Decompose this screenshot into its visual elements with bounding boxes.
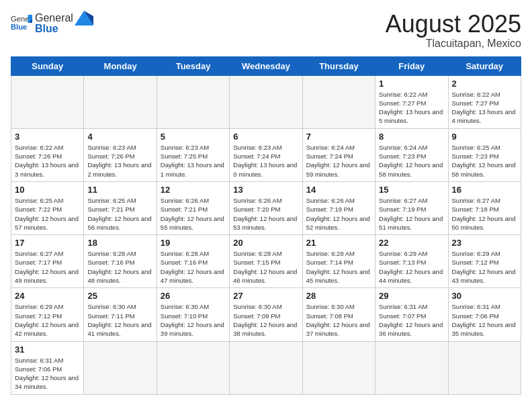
day-info: Sunrise: 6:30 AM Sunset: 7:11 PM Dayligh…: [87, 302, 152, 338]
day-number: 10: [15, 185, 80, 195]
calendar-day-cell: 8Sunrise: 6:24 AM Sunset: 7:23 PM Daylig…: [375, 128, 448, 181]
calendar-day-cell: 2Sunrise: 6:22 AM Sunset: 7:27 PM Daylig…: [448, 75, 521, 128]
day-number: 21: [306, 238, 371, 248]
logo: General Blue General Blue: [11, 11, 93, 35]
day-number: 17: [15, 238, 80, 248]
day-info: Sunrise: 6:28 AM Sunset: 7:16 PM Dayligh…: [161, 249, 226, 285]
calendar-header-saturday: Saturday: [448, 56, 521, 75]
day-info: Sunrise: 6:26 AM Sunset: 7:21 PM Dayligh…: [161, 196, 226, 232]
day-number: 26: [161, 291, 226, 301]
day-info: Sunrise: 6:31 AM Sunset: 7:06 PM Dayligh…: [15, 356, 80, 392]
month-title: August 2025: [386, 11, 521, 38]
calendar-header-tuesday: Tuesday: [157, 56, 229, 75]
day-number: 3: [15, 132, 80, 142]
calendar-day-cell: [11, 75, 84, 128]
day-info: Sunrise: 6:30 AM Sunset: 7:08 PM Dayligh…: [306, 302, 371, 338]
day-number: 19: [161, 238, 226, 248]
calendar-day-cell: 24Sunrise: 6:29 AM Sunset: 7:12 PM Dayli…: [11, 288, 84, 341]
day-info: Sunrise: 6:29 AM Sunset: 7:12 PM Dayligh…: [452, 249, 517, 285]
day-number: 2: [452, 79, 517, 89]
calendar-day-cell: 9Sunrise: 6:25 AM Sunset: 7:23 PM Daylig…: [448, 128, 521, 181]
calendar-header-wednesday: Wednesday: [230, 56, 302, 75]
calendar-day-cell: [302, 75, 375, 128]
day-info: Sunrise: 6:24 AM Sunset: 7:24 PM Dayligh…: [306, 143, 371, 179]
page-header: General Blue General Blue August 2025 Tl…: [11, 11, 521, 50]
day-number: 28: [306, 291, 371, 301]
day-info: Sunrise: 6:22 AM Sunset: 7:26 PM Dayligh…: [15, 143, 80, 179]
day-number: 23: [452, 238, 517, 248]
calendar-day-cell: 18Sunrise: 6:28 AM Sunset: 7:16 PM Dayli…: [84, 235, 157, 288]
day-info: Sunrise: 6:23 AM Sunset: 7:25 PM Dayligh…: [161, 143, 226, 179]
day-info: Sunrise: 6:26 AM Sunset: 7:19 PM Dayligh…: [306, 196, 371, 232]
day-info: Sunrise: 6:22 AM Sunset: 7:27 PM Dayligh…: [452, 90, 517, 126]
calendar-day-cell: 12Sunrise: 6:26 AM Sunset: 7:21 PM Dayli…: [157, 181, 229, 234]
day-number: 24: [15, 291, 80, 301]
calendar-week-row: 31Sunrise: 6:31 AM Sunset: 7:06 PM Dayli…: [11, 341, 521, 394]
calendar-day-cell: [230, 75, 302, 128]
calendar-day-cell: 3Sunrise: 6:22 AM Sunset: 7:26 PM Daylig…: [11, 128, 84, 181]
calendar-day-cell: [84, 75, 157, 128]
calendar-day-cell: [375, 341, 448, 394]
calendar-day-cell: [157, 75, 229, 128]
calendar-day-cell: 30Sunrise: 6:31 AM Sunset: 7:06 PM Dayli…: [448, 288, 521, 341]
day-info: Sunrise: 6:31 AM Sunset: 7:07 PM Dayligh…: [379, 302, 444, 338]
calendar-day-cell: 31Sunrise: 6:31 AM Sunset: 7:06 PM Dayli…: [11, 341, 84, 394]
title-area: August 2025 Tlacuitapan, Mexico: [386, 11, 521, 50]
calendar-day-cell: 15Sunrise: 6:27 AM Sunset: 7:19 PM Dayli…: [375, 181, 448, 234]
calendar-day-cell: [302, 341, 375, 394]
svg-text:Blue: Blue: [11, 22, 27, 30]
day-number: 22: [379, 238, 444, 248]
day-number: 5: [161, 132, 226, 142]
calendar-day-cell: 17Sunrise: 6:27 AM Sunset: 7:17 PM Dayli…: [11, 235, 84, 288]
day-number: 16: [452, 185, 517, 195]
day-info: Sunrise: 6:23 AM Sunset: 7:24 PM Dayligh…: [233, 143, 298, 179]
calendar-day-cell: 23Sunrise: 6:29 AM Sunset: 7:12 PM Dayli…: [448, 235, 521, 288]
calendar-day-cell: 5Sunrise: 6:23 AM Sunset: 7:25 PM Daylig…: [157, 128, 229, 181]
day-number: 27: [233, 291, 298, 301]
calendar-day-cell: 21Sunrise: 6:28 AM Sunset: 7:14 PM Dayli…: [302, 235, 375, 288]
day-info: Sunrise: 6:27 AM Sunset: 7:19 PM Dayligh…: [379, 196, 444, 232]
day-number: 31: [15, 345, 80, 355]
calendar-day-cell: 7Sunrise: 6:24 AM Sunset: 7:24 PM Daylig…: [302, 128, 375, 181]
day-info: Sunrise: 6:28 AM Sunset: 7:16 PM Dayligh…: [87, 249, 152, 285]
day-info: Sunrise: 6:26 AM Sunset: 7:20 PM Dayligh…: [233, 196, 298, 232]
calendar-day-cell: 10Sunrise: 6:25 AM Sunset: 7:22 PM Dayli…: [11, 181, 84, 234]
calendar-week-row: 10Sunrise: 6:25 AM Sunset: 7:22 PM Dayli…: [11, 181, 521, 234]
day-info: Sunrise: 6:28 AM Sunset: 7:14 PM Dayligh…: [306, 249, 371, 285]
calendar-day-cell: [230, 341, 302, 394]
calendar-week-row: 17Sunrise: 6:27 AM Sunset: 7:17 PM Dayli…: [11, 235, 521, 288]
calendar-week-row: 1Sunrise: 6:22 AM Sunset: 7:27 PM Daylig…: [11, 75, 521, 128]
day-info: Sunrise: 6:31 AM Sunset: 7:06 PM Dayligh…: [452, 302, 517, 338]
calendar-week-row: 3Sunrise: 6:22 AM Sunset: 7:26 PM Daylig…: [11, 128, 521, 181]
day-number: 15: [379, 185, 444, 195]
day-info: Sunrise: 6:25 AM Sunset: 7:22 PM Dayligh…: [15, 196, 80, 232]
day-number: 20: [233, 238, 298, 248]
calendar-week-row: 24Sunrise: 6:29 AM Sunset: 7:12 PM Dayli…: [11, 288, 521, 341]
logo-icon: General Blue: [11, 12, 32, 34]
day-info: Sunrise: 6:25 AM Sunset: 7:21 PM Dayligh…: [87, 196, 152, 232]
calendar-header-friday: Friday: [375, 56, 448, 75]
day-info: Sunrise: 6:23 AM Sunset: 7:26 PM Dayligh…: [87, 143, 152, 179]
day-number: 7: [306, 132, 371, 142]
calendar-header-sunday: Sunday: [11, 56, 84, 75]
day-number: 4: [87, 132, 152, 142]
calendar-header-row: SundayMondayTuesdayWednesdayThursdayFrid…: [11, 56, 521, 75]
day-number: 13: [233, 185, 298, 195]
day-number: 8: [379, 132, 444, 142]
day-info: Sunrise: 6:27 AM Sunset: 7:17 PM Dayligh…: [15, 249, 80, 285]
day-info: Sunrise: 6:22 AM Sunset: 7:27 PM Dayligh…: [379, 90, 444, 126]
day-number: 9: [452, 132, 517, 142]
day-number: 1: [379, 79, 444, 89]
calendar-day-cell: 25Sunrise: 6:30 AM Sunset: 7:11 PM Dayli…: [84, 288, 157, 341]
day-number: 12: [161, 185, 226, 195]
calendar-day-cell: 16Sunrise: 6:27 AM Sunset: 7:18 PM Dayli…: [448, 181, 521, 234]
calendar-day-cell: 1Sunrise: 6:22 AM Sunset: 7:27 PM Daylig…: [375, 75, 448, 128]
calendar-day-cell: [84, 341, 157, 394]
calendar-day-cell: 27Sunrise: 6:30 AM Sunset: 7:09 PM Dayli…: [230, 288, 302, 341]
calendar-day-cell: 4Sunrise: 6:23 AM Sunset: 7:26 PM Daylig…: [84, 128, 157, 181]
calendar-day-cell: 20Sunrise: 6:28 AM Sunset: 7:15 PM Dayli…: [230, 235, 302, 288]
calendar-day-cell: 6Sunrise: 6:23 AM Sunset: 7:24 PM Daylig…: [230, 128, 302, 181]
day-number: 11: [87, 185, 152, 195]
calendar-day-cell: 11Sunrise: 6:25 AM Sunset: 7:21 PM Dayli…: [84, 181, 157, 234]
calendar-day-cell: 22Sunrise: 6:29 AM Sunset: 7:13 PM Dayli…: [375, 235, 448, 288]
